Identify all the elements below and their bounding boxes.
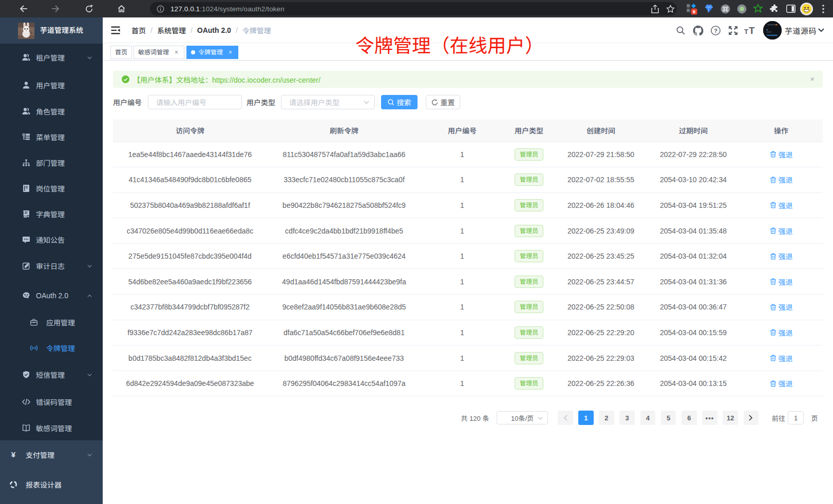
svg-text:T: T	[749, 26, 755, 35]
svg-text:T: T	[744, 28, 748, 35]
svg-text:?: ?	[714, 27, 717, 33]
svg-text:9: 9	[693, 9, 695, 14]
svg-text:¥: ¥	[11, 451, 16, 459]
